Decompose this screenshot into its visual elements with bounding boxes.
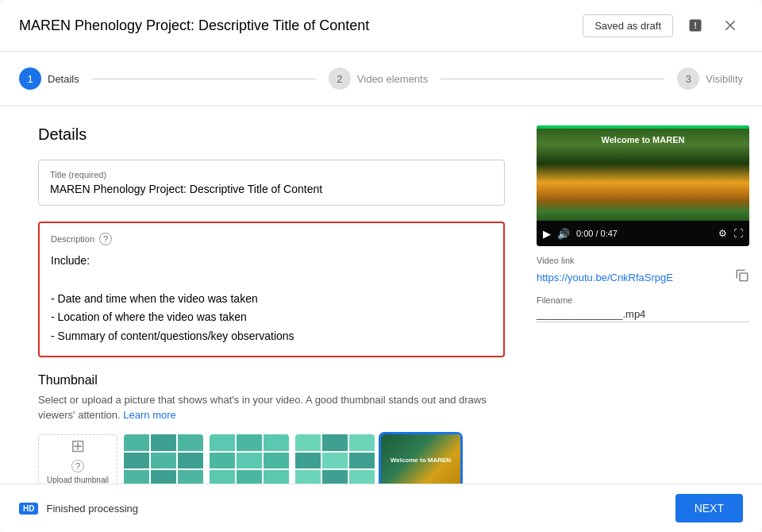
step-2[interactable]: 2 Video elements [329,67,428,90]
step-2-circle: 2 [329,67,351,90]
close-button[interactable] [718,13,743,38]
thumb-cell [295,470,321,484]
play-button[interactable]: ▶ [543,228,551,240]
thumb-cell [295,434,321,451]
saved-draft-button[interactable]: Saved as draft [583,14,673,37]
thumb-cell [322,470,348,484]
thumb-cell [151,453,176,469]
thumb-cell [264,470,289,484]
step-1-label: Details [48,73,79,85]
video-link-url[interactable]: https://youtu.be/CnkRfaSrpgE [537,272,673,283]
thumb-cell [349,434,375,451]
include-label: Include: [51,254,90,267]
desc-line2: - Location of where the video was taken [51,310,247,323]
thumb-cell [295,453,321,469]
help-icon[interactable]: ? [99,233,112,245]
thumbnail-option-2[interactable] [210,434,289,484]
thumb-last-label: Welcome to MAREN [391,457,451,464]
thumbnail-option-4[interactable]: Welcome to MAREN [381,434,460,484]
modal-body: Details Title (required) MAREN Phenology… [0,106,762,484]
video-link-row: https://youtu.be/CnkRfaSrpgE [537,268,749,286]
thumb-last: Welcome to MAREN [381,434,460,484]
feedback-button[interactable]: ! [683,13,708,38]
step-1-circle: 1 [19,67,41,90]
stepper: 1 Details 2 Video elements 3 Visibility [0,52,762,106]
video-overlay-text: Welcome to MAREN [537,135,749,145]
thumb-cell [322,434,348,451]
filename-section: Filename _______________.mp4 [537,295,749,322]
thumb-cell [178,453,203,469]
upload-icon: ⊞ [71,436,85,457]
description-field[interactable]: Description ? Include: - Date and time w… [38,222,505,357]
footer-status: Finished processing [46,503,138,515]
modal-header: MAREN Phenology Project: Descriptive Tit… [0,0,762,52]
thumbnail-desc: Select or upload a picture that shows wh… [38,392,505,423]
title-label: Title (required) [50,170,493,179]
video-controls: ▶ 🔊 0:00 / 0:47 ⚙ ⛶ [537,221,749,246]
thumb-cell [151,470,176,484]
thumb-cell [349,453,375,469]
svg-rect-2 [740,273,748,281]
thumb-cell [124,434,149,451]
thumb-cell [210,470,235,484]
thumb-cell [349,470,375,484]
close-icon [723,18,737,33]
upload-label: Upload thumbnail [47,476,109,484]
step-3[interactable]: 3 Visibility [677,67,743,90]
thumbnail-option-3[interactable] [295,434,375,484]
thumb-cell [178,434,203,451]
exclamation-icon: ! [688,18,702,33]
time-display: 0:00 / 0:47 [576,229,712,238]
thumb-grid-1 [124,434,203,484]
next-button[interactable]: NEXT [675,494,743,522]
video-link-section: Video link https://youtu.be/CnkRfaSrpgE [537,256,749,286]
thumb-cell [124,453,149,469]
content-left: Details Title (required) MAREN Phenology… [0,106,524,484]
thumb-cell [124,470,149,484]
desc-line1: - Date and time when the video was taken [51,292,258,305]
thumb-cell [210,453,235,469]
desc-header: Description ? [51,233,492,245]
thumb-cell [178,470,203,484]
thumbnail-title: Thumbnail [38,373,505,387]
thumb-cell [237,470,262,484]
thumb-cell [264,434,289,451]
modal-footer: HD Finished processing NEXT [0,484,762,532]
svg-text:!: ! [694,21,697,30]
settings-button[interactable]: ⚙ [718,228,727,239]
step-2-label: Video elements [357,73,428,85]
thumbnail-option-1[interactable] [124,434,203,484]
filename-value: _______________.mp4 [537,308,749,322]
content-right: Welcome to MAREN ▶ 🔊 0:00 / 0:47 ⚙ ⛶ Vid… [524,106,762,484]
step-1[interactable]: 1 Details [19,67,79,90]
desc-content: Include: - Date and time when the video … [51,252,492,346]
thumbnail-row: ⊞ ? Upload thumbnail [38,434,505,484]
step-3-circle: 3 [677,67,699,90]
upload-thumbnail-button[interactable]: ⊞ ? Upload thumbnail [38,434,117,484]
modal-title: MAREN Phenology Project: Descriptive Tit… [19,17,369,34]
step-connector-2 [441,79,664,79]
thumb-cell [237,434,262,451]
desc-label: Description [51,234,94,244]
thumbnail-section: Thumbnail Select or upload a picture tha… [38,373,505,484]
fullscreen-button[interactable]: ⛶ [733,228,743,239]
filename-label: Filename [537,295,749,305]
thumb-grid-3 [295,434,375,484]
copy-link-button[interactable] [735,268,749,286]
video-bg: Welcome to MAREN [537,125,749,221]
video-link-label: Video link [537,256,749,265]
title-field[interactable]: Title (required) MAREN Phenology Project… [38,160,505,206]
desc-line3: - Summary of content/questions/key obser… [51,330,294,342]
copy-icon [735,268,749,283]
modal-container: MAREN Phenology Project: Descriptive Tit… [0,0,762,532]
footer-left: HD Finished processing [19,503,138,515]
learn-more-link[interactable]: Learn more [123,409,175,421]
thumb-cell [151,434,176,451]
header-actions: Saved as draft ! [583,13,743,38]
thumb-cell [264,453,289,469]
thumb-cell [322,453,348,469]
step-3-label: Visibility [706,73,743,85]
volume-button[interactable]: 🔊 [557,228,570,240]
upload-help-icon[interactable]: ? [71,460,84,472]
video-preview: Welcome to MAREN ▶ 🔊 0:00 / 0:47 ⚙ ⛶ [537,125,749,246]
